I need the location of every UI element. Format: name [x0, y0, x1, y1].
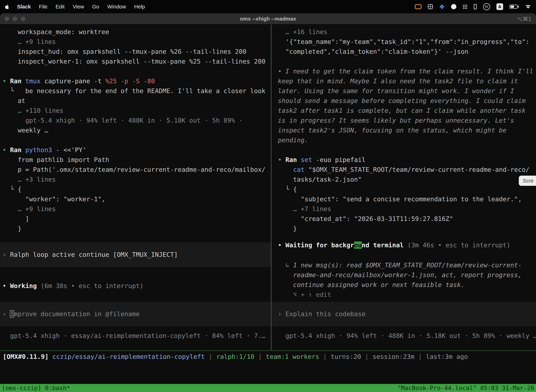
- placeholder-text: Explain this codebase: [285, 310, 365, 317]
- output-line: gpt-5.4 xhigh · 94% left · 488K in · 5.1…: [2, 116, 271, 125]
- text-cursor: I: [10, 310, 14, 317]
- edit-shortcut-hint: ⌥ + ↑ edit: [278, 290, 536, 300]
- bullet-icon: •: [2, 146, 10, 154]
- omx-session-time: session:23m: [373, 353, 418, 360]
- output-line: "created_at": "2026-03-31T11:59:27.816Z": [278, 214, 536, 224]
- return-arrow-icon: ↳: [278, 261, 293, 269]
- command-name: cat: [278, 166, 308, 173]
- apple-menu-icon[interactable]: [5, 4, 9, 9]
- config-line: inspect_worker-1: omx sparkshell --tmux-…: [2, 56, 271, 66]
- thinking-line: later. Using the same for transition mig…: [278, 86, 536, 96]
- collapsed-lines-indicator: … +110 lines: [2, 106, 271, 116]
- prompt-placeholder: › Explain this codebase: [278, 309, 536, 319]
- prompt-input-row[interactable]: › Improve documentation in @filename: [0, 302, 271, 326]
- thinking-line: task2 after task1 is complete, but can I…: [278, 106, 536, 116]
- command-name: python3: [25, 146, 52, 154]
- output-line: ]: [2, 214, 271, 224]
- output-line: └ {: [2, 184, 271, 194]
- menu-bar-status-icons: ❖ 61 A: [415, 3, 531, 10]
- close-button[interactable]: [5, 17, 9, 21]
- command-continuation: '{"team_name":"my-team","task_id":"1","f…: [278, 37, 536, 47]
- omx-last-activity: last:3m ago: [426, 353, 468, 360]
- traffic-lights: [0, 17, 25, 21]
- battery-percent-value: 61: [485, 5, 488, 9]
- command-name: set: [301, 156, 312, 163]
- model-status-line: gpt-5.4 xhigh · 94% left · 488K in · 5.1…: [278, 331, 536, 341]
- config-line: workspace_mode: worktree: [2, 27, 271, 37]
- window-titlebar[interactable]: omx --xhigh --madmax ⌥⌘1: [0, 13, 536, 25]
- collapsed-lines-indicator: … +9 lines: [2, 37, 271, 47]
- output-line: └ be necessary for the end of the README…: [2, 86, 271, 96]
- github-icon[interactable]: [451, 4, 456, 9]
- battery-percent-icon[interactable]: 61: [483, 3, 490, 10]
- prompt-input-row[interactable]: › Explain this codebase: [272, 302, 536, 326]
- menu-view[interactable]: View: [73, 4, 84, 10]
- wifi-icon[interactable]: [525, 5, 531, 9]
- separator: |: [418, 353, 426, 360]
- working-detail: (6m 38s • esc to interrupt): [37, 282, 144, 289]
- waiting-label: nd terminal: [362, 242, 404, 249]
- menu-bar-left: Slack File Edit View Go Window Help: [5, 4, 145, 10]
- thinking-line: is in progress? It seems likely but perh…: [278, 116, 536, 125]
- waiting-label-shimmer: ou: [354, 242, 362, 249]
- bullet-icon: •: [278, 156, 285, 163]
- ran-set-command: • Ran set -euo pipefail: [278, 155, 536, 165]
- collapsed-lines-indicator: … +16 lines: [278, 27, 536, 37]
- omx-turns: turns:20: [330, 353, 365, 360]
- config-line: inspect_hud: omx sparkshell --tmux-pane …: [2, 47, 271, 56]
- tmux-session-window: [omx-cczip] 0:bash*: [2, 384, 70, 392]
- menu-file[interactable]: File: [39, 4, 47, 10]
- code-line: tasks/task-2.json": [278, 175, 536, 184]
- placeholder-text: mprove documentation in @filename: [14, 310, 140, 317]
- phone-mirroring-icon[interactable]: [474, 4, 477, 9]
- menu-go[interactable]: Go: [92, 4, 99, 10]
- screen-recording-icon[interactable]: [415, 4, 421, 9]
- prompt-chevron-icon: ›: [2, 251, 10, 258]
- thinking-line: keep that in mind. Maybe I also need the…: [278, 76, 536, 86]
- input-source-icon[interactable]: A: [496, 3, 503, 10]
- bullet-icon: •: [2, 282, 10, 289]
- command-args: capture-pane -t: [41, 77, 105, 85]
- collapsed-lines-indicator: … +7 lines: [278, 204, 536, 214]
- omx-ralph-count: ralph:1/10: [216, 353, 258, 360]
- dots-grid-icon[interactable]: [463, 5, 467, 9]
- tmux-host-time: "MacBook-Pro-44.local" 05:03 31-Mar-26: [397, 384, 534, 392]
- separator: |: [209, 353, 216, 360]
- command-name: tmux: [25, 77, 41, 85]
- dropbox-icon[interactable]: ❖: [439, 3, 445, 10]
- command-continuation: "completed","claim_token":"claim-token"}…: [278, 47, 536, 56]
- command-args: - <<'PY': [52, 146, 86, 154]
- window-manager-icon[interactable]: [428, 4, 433, 9]
- thinking-line: should send a message before completing …: [278, 96, 536, 106]
- menu-edit[interactable]: Edit: [56, 4, 65, 10]
- battery-icon[interactable]: [509, 5, 519, 9]
- prompt-chevron-icon: ›: [278, 310, 285, 317]
- app-menu-slack[interactable]: Slack: [17, 4, 31, 10]
- output-line: "worker": "worker-1",: [2, 194, 271, 204]
- right-pane: … +16 lines '{"team_name":"my-team","tas…: [272, 25, 536, 350]
- separator: |: [365, 353, 373, 360]
- omx-session-path: cczip/essay/ai-reimplementation-copyleft: [53, 353, 209, 360]
- menu-window[interactable]: Window: [107, 4, 126, 10]
- zoom-button[interactable]: [21, 17, 25, 21]
- ran-label: Ran: [285, 156, 301, 163]
- separator: |: [258, 353, 266, 360]
- screen-share-overlay[interactable]: Scre: [519, 176, 536, 186]
- window-shortcut-hint: ⌥⌘1: [517, 16, 531, 22]
- omx-status-bar: [OMX#0.11.9] cczip/essay/ai-reimplementa…: [0, 351, 536, 362]
- collapsed-lines-indicator: … +3 lines: [2, 175, 271, 184]
- model-status-line: gpt-5.4 xhigh · essay/ai-reimplementatio…: [2, 331, 271, 341]
- ralph-loop-message: › Ralph loop active continue [OMX_TMUX_I…: [2, 250, 271, 260]
- menu-help[interactable]: Help: [134, 4, 145, 10]
- bullet-icon: •: [278, 68, 285, 75]
- thinking-line: • I need to get the claim token from the…: [278, 66, 536, 76]
- output-line: at: [2, 96, 271, 106]
- ran-tmux-command: • Ran tmux capture-pane -t %25 -p -S -80: [2, 76, 271, 86]
- omx-team-workers: team:1 workers: [266, 353, 323, 360]
- waiting-label: Waiting for backgr: [285, 242, 354, 249]
- code-line: cat "$OMX_TEAM_STATE_ROOT/team/review-cu…: [278, 165, 536, 175]
- left-pane: workspace_mode: worktree … +9 lines insp…: [0, 25, 271, 350]
- prompt-chevron-icon: ›: [2, 310, 10, 317]
- ralph-loop-row[interactable]: › Ralph loop active continue [OMX_TMUX_I…: [0, 242, 271, 267]
- minimize-button[interactable]: [13, 17, 17, 21]
